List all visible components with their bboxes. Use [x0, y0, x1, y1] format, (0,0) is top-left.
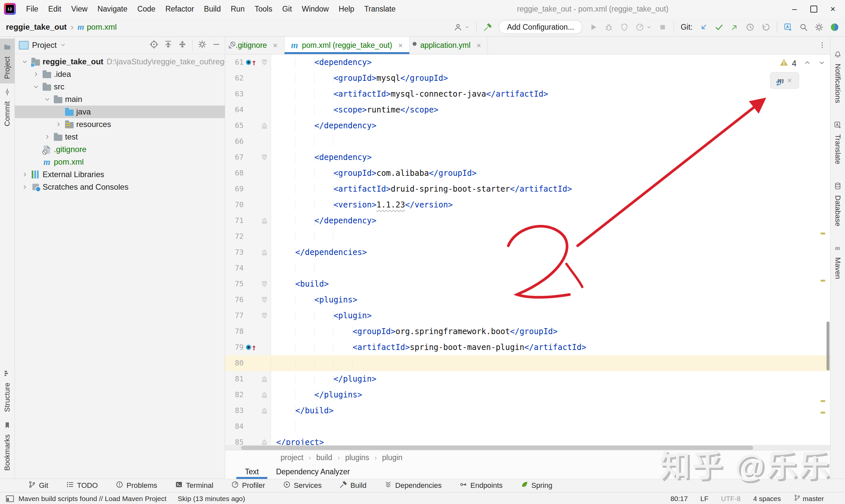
editor-tab-application-yml[interactable]: application.yml× [410, 37, 488, 54]
fold-open-icon[interactable] [262, 281, 267, 287]
menu-view[interactable]: View [66, 5, 92, 14]
git-history-button[interactable] [746, 23, 755, 32]
tree-item-main[interactable]: main [15, 93, 225, 106]
tab-list-more-icon[interactable] [818, 41, 826, 51]
menu-file[interactable]: File [21, 5, 43, 14]
code-line-68[interactable]: 68 <groupId>com.alibaba</groupId> [225, 165, 830, 181]
xml-breadcrumb-plugins[interactable]: plugins [345, 453, 369, 462]
chevron-right-icon[interactable] [42, 133, 52, 140]
menu-edit[interactable]: Edit [43, 5, 66, 14]
chevron-right-icon[interactable] [19, 171, 30, 178]
profiler-button[interactable] [635, 23, 644, 32]
code-line-79[interactable]: 79↑ <artifactId>spring-boot-maven-plugin… [225, 339, 830, 355]
code-line-75[interactable]: 75 <build> [225, 276, 830, 292]
tool-strip-item-project[interactable]: Project [0, 39, 16, 84]
editor-view-tab-dependency-analyzer[interactable]: Dependency Analyzer [267, 464, 358, 479]
toolwindow-button-problems[interactable]: Problems [107, 479, 166, 492]
git-update-button[interactable] [699, 23, 708, 32]
chevron-right-icon[interactable] [31, 71, 41, 77]
warning-stripe-mark[interactable] [821, 412, 825, 414]
code-editor[interactable]: 61↑ <dependency>62 <groupId>mysql</group… [225, 54, 830, 450]
toolwindow-button-terminal[interactable]: Terminal [166, 479, 222, 492]
code-line-69[interactable]: 69 <artifactId>druid-spring-boot-starter… [225, 181, 830, 197]
user-avatar-icon[interactable] [454, 23, 462, 32]
warning-count[interactable]: 4 [792, 59, 796, 68]
fold-open-icon[interactable] [262, 297, 267, 303]
file-encoding[interactable]: UTF-8 [721, 495, 741, 503]
toolwindow-button-endpoints[interactable]: Endpoints [451, 479, 512, 492]
tool-strip-item-commit[interactable]: Commit [2, 84, 13, 131]
project-view-dropdown-icon[interactable] [60, 40, 66, 50]
tree-item-src[interactable]: src [15, 80, 225, 93]
fold-close-icon[interactable] [262, 408, 267, 414]
navigate-marker-icon[interactable] [246, 60, 251, 65]
code-line-78[interactable]: 78 <groupId>org.springframework.boot</gr… [225, 324, 830, 339]
code-line-71[interactable]: 71 </dependency> [225, 213, 830, 229]
tool-strip-item-translate[interactable]: Translate [832, 116, 843, 169]
breadcrumb-file[interactable]: pom.xml [87, 22, 117, 32]
toolwindow-button-dependencies[interactable]: Dependencies [375, 479, 451, 492]
git-branch-widget[interactable]: master [793, 494, 824, 503]
menu-git[interactable]: Git [277, 5, 297, 14]
warning-stripe-mark[interactable] [821, 233, 825, 235]
code-line-73[interactable]: 73 </dependencies> [225, 245, 830, 260]
code-line-61[interactable]: 61↑ <dependency> [225, 54, 830, 70]
code-line-83[interactable]: 83 </build> [225, 403, 830, 418]
status-skip-link[interactable]: Skip (13 minutes ago) [178, 495, 245, 503]
translate-button[interactable] [784, 23, 793, 32]
menu-refactor[interactable]: Refactor [160, 5, 199, 14]
fold-close-icon[interactable] [262, 123, 267, 129]
fold-close-icon[interactable] [262, 439, 267, 446]
code-line-65[interactable]: 65 </dependency> [225, 118, 830, 133]
debug-button[interactable] [604, 23, 613, 32]
caret-position[interactable]: 80:17 [670, 495, 688, 503]
editor-tab-gitignore[interactable]: .gitignore× [225, 37, 284, 54]
toolwindow-button-services[interactable]: Services [274, 479, 330, 492]
build-hammer-icon[interactable] [483, 23, 492, 32]
fold-open-icon[interactable] [262, 313, 267, 319]
chevron-right-icon[interactable] [53, 121, 64, 128]
code-line-70[interactable]: 70 <version>1.1.23</version> [225, 197, 830, 213]
code-line-84[interactable]: 84 [225, 418, 830, 434]
code-line-76[interactable]: 76 <plugins> [225, 292, 830, 308]
code-line-67[interactable]: 67 <dependency> [225, 149, 830, 165]
fold-close-icon[interactable] [262, 376, 267, 382]
menu-help[interactable]: Help [334, 5, 359, 14]
collapse-all-icon[interactable] [178, 40, 187, 51]
warning-stripe-mark[interactable] [821, 400, 825, 402]
tree-item-pom-xml[interactable]: mpom.xml [15, 156, 225, 168]
run-button[interactable] [589, 23, 598, 32]
menu-translate[interactable]: Translate [359, 5, 400, 14]
tool-strip-item-bookmarks[interactable]: Bookmarks [2, 417, 13, 475]
xml-breadcrumb-plugin[interactable]: plugin [382, 453, 402, 462]
menu-run[interactable]: Run [226, 5, 249, 14]
git-push-button[interactable] [730, 23, 739, 32]
code-line-80[interactable]: 80 [225, 355, 830, 371]
git-commit-button[interactable] [715, 23, 723, 32]
expand-all-icon[interactable] [164, 40, 173, 51]
fold-close-icon[interactable] [262, 218, 267, 224]
chevron-down-icon[interactable] [42, 96, 52, 103]
project-panel-title[interactable]: Project [32, 40, 57, 50]
menu-navigate[interactable]: Navigate [92, 5, 133, 14]
indent-setting[interactable]: 4 spaces [753, 495, 781, 503]
close-button[interactable]: × [823, 2, 842, 16]
next-warning-icon[interactable] [818, 58, 826, 69]
menu-build[interactable]: Build [199, 5, 226, 14]
search-everywhere-button[interactable] [799, 23, 808, 32]
tree-item-external-libraries[interactable]: External Libraries [15, 168, 225, 181]
toolwindow-toggle-icon[interactable] [6, 496, 14, 502]
chevron-right-icon[interactable] [19, 184, 30, 190]
fold-open-icon[interactable] [262, 155, 267, 161]
avatar-dropdown-icon[interactable] [464, 24, 470, 30]
menu-window[interactable]: Window [297, 5, 334, 14]
tool-strip-item-database[interactable]: Database [832, 178, 843, 231]
coverage-button[interactable] [620, 23, 629, 32]
toolwindow-button-todo[interactable]: TODO [57, 479, 107, 492]
code-line-81[interactable]: 81 </plugin> [225, 371, 830, 387]
profiler-dropdown-icon[interactable] [646, 24, 652, 30]
fold-open-icon[interactable] [262, 59, 267, 66]
xml-breadcrumb-project[interactable]: project [281, 453, 303, 462]
code-line-66[interactable]: 66 [225, 133, 830, 149]
menu-code[interactable]: Code [133, 5, 160, 14]
